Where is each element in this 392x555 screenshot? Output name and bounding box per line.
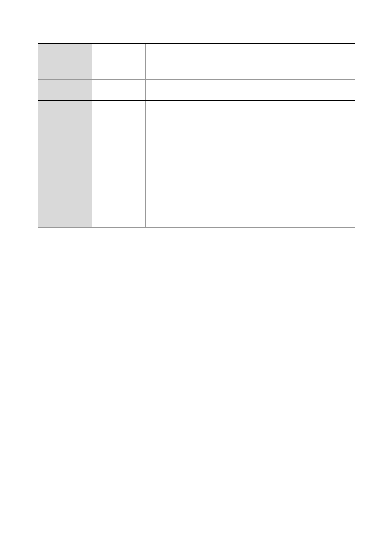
cell: [92, 193, 145, 227]
cell: [145, 101, 355, 137]
cell-label: [38, 43, 92, 79]
page: [0, 0, 392, 228]
table-row: [38, 173, 355, 193]
cell: [145, 43, 355, 79]
table-row: [38, 193, 355, 227]
table-row: [38, 43, 355, 79]
cell: [92, 173, 145, 193]
cell: [145, 137, 355, 173]
cell-label: [38, 79, 92, 101]
cell-label: [38, 173, 92, 193]
cell: [92, 43, 145, 79]
cell-label: [38, 137, 92, 173]
cell-label: [38, 193, 92, 227]
cell: [145, 173, 355, 193]
cell: [145, 79, 355, 101]
table-row: [38, 101, 355, 137]
data-table: [38, 43, 355, 228]
cell: [145, 193, 355, 227]
table-row: [38, 79, 355, 101]
cell: [92, 137, 145, 173]
cell: [92, 79, 145, 101]
table-row: [38, 137, 355, 173]
cell-label: [38, 101, 92, 137]
cell: [92, 101, 145, 137]
